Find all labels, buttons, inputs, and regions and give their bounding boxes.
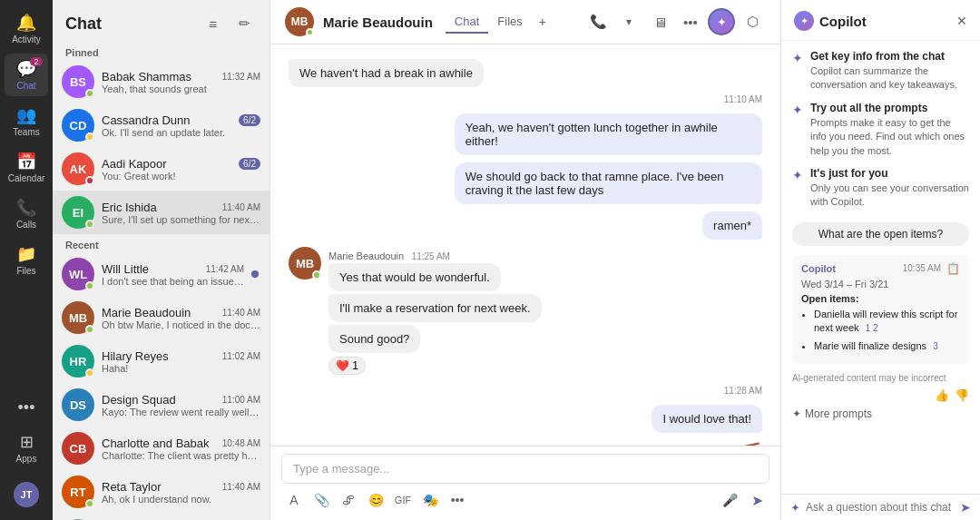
- calls-icon: 📞: [16, 198, 36, 218]
- add-tab-button[interactable]: +: [532, 11, 554, 34]
- nav-label-apps: Apps: [16, 454, 37, 464]
- reaction-heart[interactable]: ❤️ 1: [328, 357, 366, 375]
- suggestion-button[interactable]: What are the open items?: [792, 222, 969, 246]
- status-1: [85, 89, 94, 98]
- chat-time-9: 10:48 AM: [222, 438, 260, 448]
- send-button[interactable]: ➤: [744, 487, 769, 513]
- chat-item-4[interactable]: EIEric Ishida11:40 AMSure, I'll set up s…: [53, 191, 270, 234]
- chat-time-7: 11:02 AM: [222, 351, 260, 361]
- user-avatar: JT: [14, 482, 39, 507]
- more-options-button[interactable]: •••: [677, 8, 704, 35]
- avatar-6: MB: [62, 301, 94, 334]
- emoji-button[interactable]: 😊: [363, 487, 388, 513]
- chat-name-4: Eric Ishida: [102, 201, 157, 214]
- unread-badge-3: 6/2: [239, 158, 260, 170]
- status-5: [85, 281, 94, 290]
- attach-button[interactable]: 📎: [309, 487, 334, 513]
- pinned-label: Pinned: [53, 42, 270, 60]
- copy-button[interactable]: 📋: [946, 262, 960, 275]
- calendar-icon: 📅: [16, 152, 36, 172]
- left-nav: 🔔 Activity 2 💬 Chat 👥 Teams 📅 Calendar 📞…: [0, 0, 53, 520]
- video-call-button[interactable]: ▾: [615, 8, 642, 35]
- chat-badge: 2: [30, 57, 43, 66]
- more-prompts-icon: ✦: [792, 407, 801, 420]
- avatar-4: EI: [62, 196, 94, 229]
- message-input[interactable]: Type a message...: [281, 454, 769, 484]
- sidebar-header: Chat ≡ ✏: [53, 0, 270, 42]
- private-desc: Only you can see your conversation with …: [810, 182, 969, 210]
- chat-time-1: 11:32 AM: [222, 72, 260, 82]
- copilot-sender: Copilot: [801, 263, 836, 274]
- copilot-options: ✦ Get key info from the chat Copilot can…: [781, 41, 980, 219]
- contact-initials: MB: [291, 15, 309, 28]
- sticker-button[interactable]: 🎭: [417, 487, 443, 513]
- message-toolbar: A 📎 🖇 😊 GIF 🎭 ••• 🎤 ➤: [281, 484, 769, 516]
- more-toolbar-button[interactable]: •••: [445, 487, 470, 513]
- open-item-1: Daniella will review this script for nex…: [814, 308, 960, 336]
- audio-call-button[interactable]: 📞: [584, 8, 612, 35]
- avatar-8: DS: [62, 388, 94, 421]
- copilot-ask-input[interactable]: [806, 501, 955, 514]
- chat-item-10[interactable]: RTReta Taylor11:40 AMAh, ok I understand…: [53, 470, 270, 514]
- nav-item-calendar[interactable]: 📅 Calendar: [5, 146, 48, 189]
- attach2-button[interactable]: 🖇: [336, 487, 361, 513]
- chat-item-2[interactable]: CDCassandra Dunn6/2Ok. I'll send an upda…: [53, 103, 270, 147]
- chat-item-9[interactable]: CBCharlotte and Babak10:48 AMCharlotte: …: [53, 427, 270, 470]
- tab-files[interactable]: Files: [488, 11, 531, 34]
- chat-item-6[interactable]: MBMarie Beaudouin11:40 AMOh btw Marie, I…: [53, 296, 270, 339]
- nav-label-calls: Calls: [16, 220, 36, 230]
- thumbs-down-button[interactable]: 👎: [955, 388, 969, 402]
- gif-button[interactable]: GIF: [390, 487, 416, 513]
- status-2: [85, 132, 94, 142]
- copilot-button[interactable]: ✦: [708, 8, 735, 35]
- chat-preview-6: Oh btw Marie, I noticed in the document …: [102, 319, 260, 330]
- key-info-desc: Copilot can summarize the conversation a…: [810, 64, 969, 93]
- popout-button[interactable]: ⬡: [739, 8, 766, 35]
- files-icon: 📁: [16, 244, 36, 264]
- chat-item-8[interactable]: DSDesign Squad11:00 AMKayo: The review w…: [53, 383, 270, 427]
- status-3: [85, 176, 94, 185]
- thumbs-up-button[interactable]: 👍: [935, 388, 949, 402]
- chat-time-10: 11:40 AM: [222, 482, 260, 492]
- new-chat-button[interactable]: ✏: [231, 11, 257, 36]
- chat-item-3[interactable]: AKAadi Kapoor6/2You: Great work!: [53, 147, 270, 191]
- nav-label-activity: Activity: [12, 34, 41, 44]
- message-1: We haven't had a break in awhile: [289, 59, 484, 87]
- nav-item-activity[interactable]: 🔔 Activity: [5, 7, 48, 50]
- chat-preview-3: You: Great work!: [102, 171, 260, 182]
- chat-item-11[interactable]: JVJoshua VanBuren10:29 AMThanks for revi…: [53, 514, 270, 520]
- chat-name-5: Will Little: [102, 262, 149, 276]
- avatar-10: RT: [62, 476, 94, 508]
- nav-item-apps[interactable]: ⊞ Apps: [5, 427, 48, 469]
- key-info-title: Get key info from the chat: [810, 50, 969, 63]
- tab-chat[interactable]: Chat: [446, 11, 488, 34]
- chat-item-5[interactable]: WLWill Little11:42 AMI don't see that be…: [53, 252, 270, 296]
- copilot-send-button[interactable]: ➤: [960, 500, 971, 515]
- avatar-1: BS: [62, 65, 94, 98]
- format-button[interactable]: A: [281, 487, 307, 513]
- more-icon: •••: [18, 398, 35, 417]
- nav-item-teams[interactable]: 👥 Teams: [5, 100, 48, 142]
- nav-item-more[interactable]: •••: [5, 393, 48, 423]
- chat-item-7[interactable]: HRHilary Reyes11:02 AMHaha!: [53, 339, 270, 383]
- message-5a: Yes that would be wonderful.: [328, 263, 501, 291]
- more-prompts-button[interactable]: ✦ More prompts: [781, 404, 980, 427]
- nav-item-calls[interactable]: 📞 Calls: [5, 192, 48, 235]
- nav-item-files[interactable]: 📁 Files: [5, 239, 48, 281]
- status-7: [85, 368, 94, 378]
- contact-status: [306, 28, 314, 36]
- filter-button[interactable]: ≡: [201, 11, 226, 36]
- dictate-button[interactable]: 🎤: [717, 487, 742, 513]
- message-4: ramen*: [702, 211, 762, 240]
- copilot-response: Copilot 10:35 AM 📋 Wed 3/14 – Fri 3/21 O…: [792, 255, 969, 364]
- nav-user-avatar[interactable]: JT: [5, 473, 48, 513]
- chat-item-1[interactable]: BSBabak Shammas11:32 AMYeah, that sounds…: [53, 60, 270, 103]
- apps-icon: ⊞: [20, 432, 34, 452]
- chat-time-4: 11:40 AM: [222, 202, 260, 212]
- nav-item-chat[interactable]: 2 💬 Chat: [5, 54, 48, 96]
- copilot-option-2: ✦ Try out all the prompts Prompts make i…: [792, 102, 969, 158]
- nav-label-calendar: Calendar: [8, 173, 45, 183]
- share-screen-button[interactable]: 🖥: [646, 8, 673, 35]
- copilot-close-button[interactable]: ✕: [956, 14, 967, 28]
- sidebar: Chat ≡ ✏ Pinned BSBabak Shammas11:32 AMY…: [53, 0, 270, 520]
